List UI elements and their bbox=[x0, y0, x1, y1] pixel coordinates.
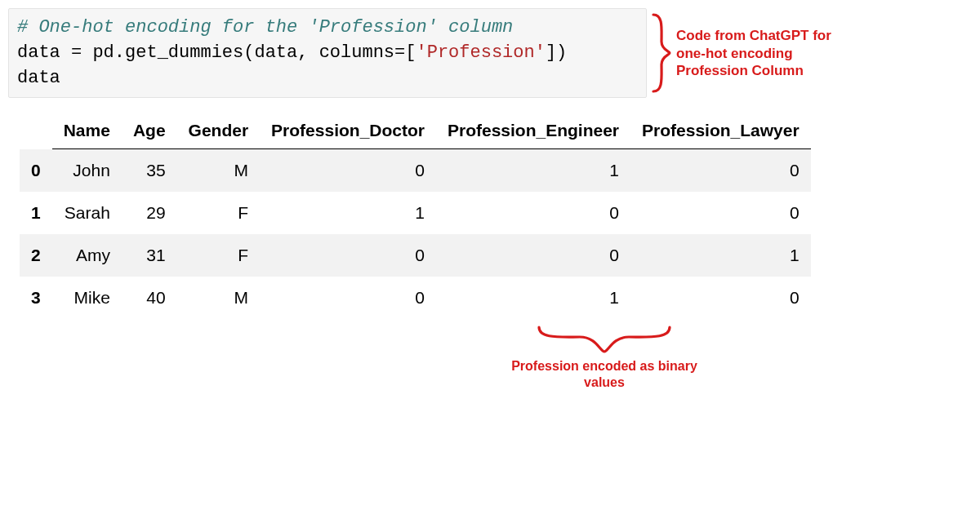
cell-pe: 1 bbox=[436, 277, 630, 319]
annotation-bottom: Profession encoded as binary values bbox=[498, 358, 710, 391]
cell-age: 35 bbox=[122, 149, 177, 193]
cell-pe: 1 bbox=[436, 149, 630, 193]
cell-age: 40 bbox=[122, 277, 177, 319]
cell-idx: 2 bbox=[20, 234, 52, 277]
col-gender: Gender bbox=[177, 116, 261, 149]
cell-idx: 1 bbox=[20, 192, 52, 234]
cell-pd: 1 bbox=[260, 192, 436, 234]
table-row: 2 Amy 31 F 0 0 1 bbox=[20, 234, 811, 277]
cell-gender: M bbox=[177, 277, 261, 319]
cell-pe: 0 bbox=[436, 234, 630, 277]
cell-gender: F bbox=[177, 192, 261, 234]
cell-pl: 0 bbox=[630, 277, 811, 319]
cell-age: 31 bbox=[122, 234, 177, 277]
cell-name: John bbox=[52, 149, 122, 193]
table-row: 0 John 35 M 0 1 0 bbox=[20, 149, 811, 193]
cell-gender: M bbox=[177, 149, 261, 193]
code-line3: data bbox=[17, 68, 60, 88]
code-line2-string: 'Profession' bbox=[416, 42, 545, 63]
cell-pd: 0 bbox=[260, 149, 436, 193]
col-name: Name bbox=[52, 116, 122, 149]
col-age: Age bbox=[122, 116, 177, 149]
cell-age: 29 bbox=[122, 192, 177, 234]
cell-pl: 0 bbox=[630, 149, 811, 193]
cell-name: Sarah bbox=[52, 192, 122, 234]
col-pd: Profession_Doctor bbox=[260, 116, 436, 149]
cell-idx: 0 bbox=[20, 149, 52, 193]
cell-pd: 0 bbox=[260, 277, 436, 319]
cell-pl: 0 bbox=[630, 192, 811, 234]
brace-down-icon bbox=[535, 324, 674, 357]
bottom-annotation-group: Profession encoded as binary values bbox=[498, 324, 710, 391]
table-row: 3 Mike 40 M 0 1 0 bbox=[20, 277, 811, 319]
code-line2-post: ]) bbox=[546, 42, 567, 63]
annotation-right: Code from ChatGPT for one-hot encoding P… bbox=[676, 27, 856, 79]
cell-pd: 0 bbox=[260, 234, 436, 277]
code-comment: # One-hot encoding for the 'Profession' … bbox=[17, 17, 513, 38]
code-line2-pre: data = pd.get_dummies(data, columns=[ bbox=[17, 42, 416, 63]
cell-name: Amy bbox=[52, 234, 122, 277]
cell-pl: 1 bbox=[630, 234, 811, 277]
brace-right-icon bbox=[650, 12, 673, 94]
cell-gender: F bbox=[177, 234, 261, 277]
col-index bbox=[20, 116, 52, 149]
code-with-annotation: # One-hot encoding for the 'Profession' … bbox=[8, 8, 972, 98]
code-cell[interactable]: # One-hot encoding for the 'Profession' … bbox=[8, 8, 647, 98]
dataframe-table: Name Age Gender Profession_Doctor Profes… bbox=[20, 116, 811, 319]
col-pe: Profession_Engineer bbox=[436, 116, 630, 149]
cell-name: Mike bbox=[52, 277, 122, 319]
table-row: 1 Sarah 29 F 1 0 0 bbox=[20, 192, 811, 234]
col-pl: Profession_Lawyer bbox=[630, 116, 811, 149]
cell-pe: 0 bbox=[436, 192, 630, 234]
table-header-row: Name Age Gender Profession_Doctor Profes… bbox=[20, 116, 811, 149]
cell-idx: 3 bbox=[20, 277, 52, 319]
